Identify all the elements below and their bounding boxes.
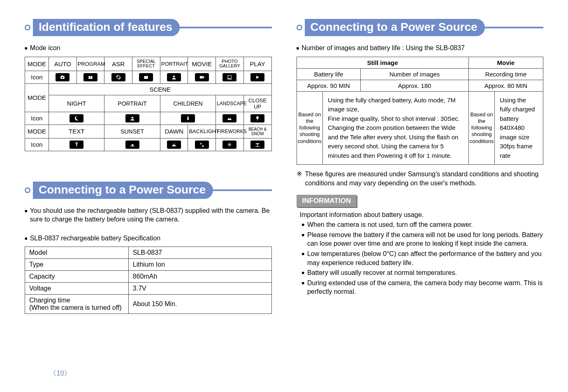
- table-row: Capacity860mAh: [25, 271, 272, 283]
- cell-movie: MOVIE: [188, 57, 216, 71]
- cell-mode: MODE: [25, 57, 49, 71]
- mode-icon-label: Mode icon: [30, 44, 60, 53]
- spec-key: Voltage: [25, 283, 129, 295]
- star-icon: ※: [297, 170, 302, 187]
- gallery-icon: [216, 71, 244, 83]
- svg-rect-20: [255, 146, 260, 147]
- movie-icon: [188, 71, 216, 83]
- program-icon: P: [77, 71, 104, 83]
- spec-label-line: ■ SLB-0837 rechargeable battery Specific…: [25, 234, 272, 243]
- list-item: ●Battery will usually recover at normal …: [301, 268, 544, 277]
- footnote: ※ These figures are measured under Samsu…: [297, 170, 544, 187]
- heading-bar: [211, 189, 271, 191]
- info-item: Low temperatures (below 0°C) can affect …: [307, 249, 543, 267]
- spec-key: Model: [25, 247, 129, 259]
- portrait2-icon: [104, 112, 160, 125]
- spec-val: Lithium Ion: [128, 259, 271, 271]
- section-heading-features: Identification of features: [25, 19, 272, 36]
- heading-bar: [178, 27, 271, 28]
- square-bullet-icon: ■: [25, 235, 28, 242]
- text-icon: T: [49, 138, 104, 151]
- cell-program: PROGRAM: [77, 57, 104, 71]
- spec-val: SLB-0837: [128, 247, 271, 259]
- svg-point-13: [131, 117, 133, 119]
- spec-key: Capacity: [25, 271, 129, 283]
- rechargeable-text: You should use the rechargeable battery …: [30, 206, 272, 224]
- auto-icon: [49, 71, 77, 83]
- info-intro: Important information about battery usag…: [300, 211, 544, 219]
- asr-icon: [104, 71, 132, 83]
- list-item: ●Low temperatures (below 0°C) can affect…: [301, 249, 544, 267]
- svg-rect-15: [187, 118, 189, 120]
- sub-rectime: Recording time: [468, 68, 543, 80]
- mode-icon-table: MODE AUTO PROGRAM ASR SPECIAL EFFECT POR…: [25, 57, 272, 151]
- cond-label-still: Based on the following shooting conditio…: [297, 91, 323, 165]
- round-bullet-icon: ●: [301, 221, 305, 227]
- children-icon: [160, 112, 216, 125]
- cell-icon-label: Icon: [25, 71, 49, 83]
- battery-life-table: Still image Movie Battery life Number of…: [297, 57, 544, 165]
- round-bullet-icon: ●: [301, 232, 305, 238]
- list-item: ●When the camera is not used, turn off t…: [301, 220, 544, 229]
- square-bullet-icon: ■: [25, 45, 28, 51]
- head-still: Still image: [297, 57, 468, 68]
- spec-key: Charging time (When the camera is turned…: [25, 295, 129, 314]
- landscape-icon: [216, 112, 244, 125]
- svg-point-5: [117, 76, 120, 78]
- head-movie: Movie: [468, 57, 543, 68]
- cond-movie: Using the fully charged battery 640X480 …: [495, 91, 543, 165]
- beach-icon: [243, 138, 271, 151]
- round-bullet-icon: ●: [301, 270, 305, 275]
- cell-icon-label3: Icon: [25, 138, 49, 151]
- cell-closeup: CLOSE UP: [243, 95, 271, 112]
- heading-text: Connecting to a Power Source: [305, 19, 485, 36]
- information-badge: INFORMATION: [297, 195, 357, 207]
- cell-fireworks: FIREWORKS: [216, 125, 244, 138]
- svg-point-16: [131, 144, 133, 146]
- rechargeable-note: ■ You should use the rechargeable batter…: [25, 206, 272, 224]
- svg-point-11: [229, 76, 230, 77]
- sub-numimages: Number of images: [361, 68, 469, 80]
- bullet-icon: [297, 25, 302, 30]
- round-bullet-icon: ●: [301, 251, 305, 256]
- cell-mode3: MODE: [25, 125, 49, 138]
- cell-scene: SCENE: [49, 83, 272, 95]
- spec-key: Type: [25, 259, 129, 271]
- val-battlife: Approx. 90 MIN: [297, 80, 361, 91]
- battery-intro-line: ■ Number of images and battery life : Us…: [297, 44, 544, 53]
- info-bullet-list: ●When the camera is not used, turn off t…: [300, 220, 544, 296]
- list-item: ●Please remove the battery if the camera…: [301, 231, 544, 248]
- bullet-icon: [25, 187, 30, 193]
- svg-text:P: P: [90, 76, 91, 78]
- cell-gallery: PHOTO GALLERY: [216, 57, 244, 71]
- section-heading-power-left: Connecting to a Power Source: [25, 182, 272, 199]
- svg-point-12: [75, 117, 76, 117]
- spec-val: 3.7V: [128, 283, 271, 295]
- cell-beach: BEACH & SNOW: [243, 125, 271, 138]
- table-row: TypeLithium Ion: [25, 259, 272, 271]
- special-icon: [132, 71, 160, 83]
- cell-landscape: LANDSCAPE: [216, 95, 244, 112]
- cell-portrait2: PORTRAIT: [104, 95, 160, 112]
- cell-dawn: DAWN: [160, 125, 188, 138]
- cell-icon-label2: Icon: [25, 112, 49, 125]
- page-number: 《10》: [49, 369, 71, 378]
- heading-bar: [483, 27, 543, 28]
- table-row: ModelSLB-0837: [25, 247, 272, 259]
- svg-point-14: [187, 116, 189, 118]
- cell-portrait: PORTRAIT: [160, 57, 188, 71]
- info-item: Battery will usually recover at normal t…: [307, 268, 457, 277]
- backlight-icon: [188, 138, 216, 151]
- square-bullet-icon: ■: [297, 45, 299, 51]
- table-row: Voltage3.7V: [25, 283, 272, 295]
- footnote-text: These figures are measured under Samsung…: [305, 170, 544, 187]
- spec-val: About 150 Min.: [128, 295, 271, 314]
- svg-point-7: [173, 76, 175, 78]
- bullet-icon: [25, 25, 30, 30]
- info-item: During extended use of the camera, the c…: [307, 279, 543, 296]
- svg-rect-2: [62, 75, 63, 76]
- cell-sunset: SUNSET: [104, 125, 160, 138]
- info-item: When the camera is not used, turn off th…: [307, 220, 473, 229]
- heading-text: Connecting to a Power Source: [33, 182, 213, 199]
- dawn-icon: [160, 138, 188, 151]
